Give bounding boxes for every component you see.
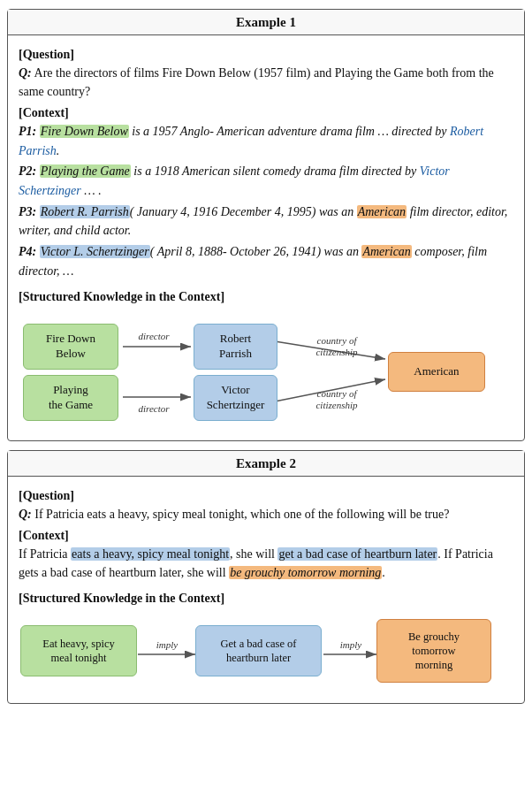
ctx-mid1: , she will	[230, 547, 277, 561]
context-paragraph-2: If Patricia eats a heavy, spicy meal ton…	[19, 545, 513, 583]
p3-text1: ( January 4, 1916 December 4, 1995) was …	[130, 205, 357, 218]
ctx-pre: If Patricia	[19, 547, 71, 561]
example1-box: Example 1 [Question] Q: Are the director…	[7, 9, 525, 441]
p2-label: P2:	[19, 164, 36, 178]
p4-text1: ( April 8, 1888- October 26, 1941) was a…	[150, 245, 362, 258]
node-american: American	[388, 352, 485, 392]
example2-content: [Question] Q: If Patricia eats a heavy, …	[8, 477, 524, 703]
svg-text:citizenship: citizenship	[315, 400, 358, 410]
context-label-1: [Context]	[19, 106, 513, 120]
graph-1: director director country of citizenship…	[19, 313, 513, 428]
p4-hl1: Victor L. Schertzinger	[40, 245, 150, 258]
node-grouchy: Be grouchytomorrowmorning	[376, 619, 491, 683]
p1: P1: Fire Down Below is a 1957 Anglo- Ame…	[19, 122, 513, 160]
example2-box: Example 2 [Question] Q: If Patricia eats…	[7, 450, 525, 704]
graph-2: imply imply Eat heavy, spicymeal tonight…	[19, 615, 513, 694]
ctx-hl2: get a bad case of heartburn later	[277, 547, 437, 561]
node-victor: VictorSchertzinger	[194, 375, 277, 421]
question-text-2: If Patricia eats a heavy, spicy meal ton…	[34, 508, 449, 521]
example2-title: Example 2	[8, 451, 524, 477]
q-italic-2: Q:	[19, 508, 32, 521]
p2-text2: … .	[81, 184, 102, 197]
ctx-hl1: eats a heavy, spicy meal tonight	[71, 547, 230, 561]
svg-text:country of: country of	[317, 388, 359, 399]
p1-label: P1:	[19, 125, 36, 138]
svg-text:director: director	[138, 331, 170, 341]
p1-hl1: Fire Down Below	[40, 125, 129, 138]
question-line-2: Q: If Patricia eats a heavy, spicy meal …	[19, 505, 513, 523]
node-playing: Playingthe Game	[23, 375, 118, 421]
node-fire: Fire DownBelow	[23, 324, 118, 370]
question-line-1: Q: Are the directors of films Fire Down …	[19, 64, 513, 101]
p2: P2: Playing the Game is a 1918 American …	[19, 162, 513, 200]
p1-text1: is a 1957 Anglo- American adventure dram…	[129, 125, 450, 138]
node-robert: RobertParrish	[194, 324, 277, 370]
p3-label: P3:	[19, 205, 36, 218]
svg-text:director: director	[138, 403, 170, 414]
p3-hl2: American	[357, 205, 407, 218]
p3: P3: Robert R. Parrish( January 4, 1916 D…	[19, 202, 513, 241]
question-text-1: Are the directors of films Fire Down Bel…	[19, 66, 494, 98]
example1-title: Example 1	[8, 10, 524, 35]
svg-text:country of: country of	[317, 335, 359, 346]
p2-hl1: Playing the Game	[40, 164, 131, 178]
question-label-1: [Question]	[19, 48, 513, 62]
p4-hl2: American	[361, 245, 411, 258]
svg-text:citizenship: citizenship	[315, 347, 358, 357]
knowledge-label-1: [Structured Knowledge in the Context]	[19, 290, 513, 304]
p4-label: P4:	[19, 245, 36, 258]
q-italic-1: Q:	[19, 66, 32, 80]
svg-text:imply: imply	[340, 639, 362, 650]
node-heartburn: Get a bad case ofheartburn later	[195, 625, 322, 676]
p3-hl1: Robert R. Parrish	[40, 205, 130, 218]
svg-text:imply: imply	[156, 639, 179, 650]
p4: P4: Victor L. Schertzinger( April 8, 188…	[19, 242, 513, 280]
ctx-end: .	[382, 566, 385, 579]
page: Example 1 [Question] Q: Are the director…	[0, 9, 532, 704]
p1-text2: .	[57, 144, 60, 157]
context-label-2: [Context]	[19, 529, 513, 543]
knowledge-label-2: [Structured Knowledge in the Context]	[19, 592, 513, 606]
ctx-hl3: be grouchy tomorrow morning	[229, 566, 382, 579]
example1-content: [Question] Q: Are the directors of films…	[8, 35, 524, 440]
p2-text1: is a 1918 American silent comedy drama f…	[131, 164, 420, 178]
question-label-2: [Question]	[19, 489, 513, 503]
node-eat: Eat heavy, spicymeal tonight	[20, 625, 137, 676]
